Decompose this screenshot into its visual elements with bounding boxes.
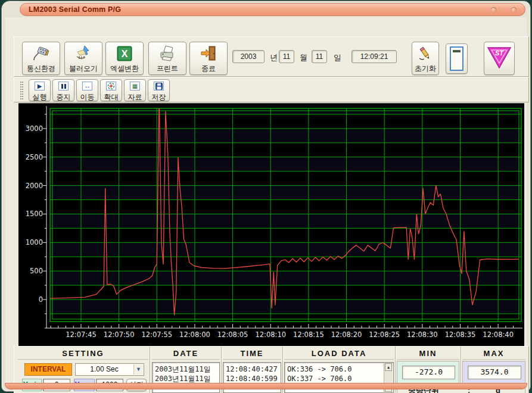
load-data-header: LOAD DATA <box>284 348 394 360</box>
load-data-row: OK:336 -> 706.0 <box>287 364 381 374</box>
svg-text:ST: ST <box>495 49 504 57</box>
max-header: MAX <box>462 348 525 360</box>
svg-text:12:08:40: 12:08:40 <box>483 330 514 339</box>
main-toolbar: 통신환경 불러오기 X <box>14 36 529 77</box>
year-field[interactable]: 2003 <box>232 50 265 63</box>
chevron-down-icon[interactable]: ▼ <box>133 364 143 375</box>
min-zone: -272.0 <box>397 361 459 383</box>
display-panel-button[interactable] <box>446 43 468 74</box>
print-label: 프린트 <box>157 64 178 73</box>
svg-text:12:07:55: 12:07:55 <box>141 330 172 339</box>
svg-text:12:08:05: 12:08:05 <box>217 330 248 339</box>
interval-value: 1.00 Sec <box>76 364 133 375</box>
pencil-eraser-icon <box>418 42 433 64</box>
comm-settings-button[interactable]: 통신환경 <box>22 42 60 75</box>
month-unit-label: 월 <box>300 52 307 63</box>
svg-text:12:07:45: 12:07:45 <box>66 330 97 339</box>
svg-text:12:08:00: 12:08:00 <box>179 330 210 339</box>
pan-label: 이동 <box>80 93 95 101</box>
date-row: 2003년11월11일 <box>155 364 217 374</box>
title-bar[interactable]: LM2003 Serial Comm P/G <box>20 3 525 16</box>
minimize-button[interactable] <box>491 7 496 13</box>
svg-text:12:08:30: 12:08:30 <box>407 330 438 339</box>
svg-text:12:07:50: 12:07:50 <box>104 330 135 339</box>
load-label: 불러오기 <box>69 64 98 73</box>
zoom-target-icon <box>106 82 116 91</box>
min-value: -272.0 <box>402 366 455 379</box>
interval-combobox[interactable]: 1.00 Sec ▼ <box>75 363 144 376</box>
svg-text:12:08:25: 12:08:25 <box>369 330 400 339</box>
excel-convert-label: 엑셀변환 <box>110 64 139 73</box>
save-label: 저장 <box>152 93 166 101</box>
load-file-icon <box>74 42 92 64</box>
svg-text:1500: 1500 <box>26 210 43 218</box>
data-button[interactable]: ▦ 자료 <box>124 79 146 101</box>
trend-chart[interactable]: 05001000150020002500300012:07:4512:07:50… <box>18 103 524 347</box>
window-title: LM2003 Serial Comm P/G <box>29 5 121 14</box>
max-zone: 3574.0 <box>462 361 525 383</box>
run-label: 실행 <box>33 93 47 101</box>
date-header: DATE <box>152 348 220 360</box>
data-grid-icon: ▦ <box>130 82 140 91</box>
print-button[interactable]: 프린트 <box>148 42 186 75</box>
day-field[interactable]: 11 <box>312 50 327 63</box>
day-unit-label: 일 <box>334 52 341 63</box>
move-icon: ↔ <box>82 82 92 91</box>
window-bottom-strip <box>5 383 527 389</box>
excel-convert-button[interactable]: X 엑셀변환 <box>105 42 144 75</box>
svg-text:12:08:10: 12:08:10 <box>255 330 286 339</box>
exit-button[interactable]: 종료 <box>189 42 228 75</box>
load-button[interactable]: 불러오기 <box>64 42 102 75</box>
svg-text:2500: 2500 <box>26 153 43 161</box>
st-logo-icon: ST <box>486 42 513 73</box>
svg-text:0: 0 <box>39 295 43 304</box>
clock-field[interactable]: 12:09:21 <box>351 50 397 63</box>
play-icon: ▶ <box>35 82 45 91</box>
st-logo-button[interactable]: ST <box>484 42 515 75</box>
reset-button[interactable]: 초기화 <box>412 42 439 75</box>
load-data-row: OK:337 -> 706.0 <box>287 374 381 383</box>
scroll-up-icon[interactable]: ▲ <box>385 363 392 371</box>
stop-label: 중지 <box>57 93 71 101</box>
svg-text:500: 500 <box>30 267 43 275</box>
close-button[interactable] <box>511 7 517 13</box>
zoom-button[interactable]: 확대 <box>100 79 122 101</box>
toolbar-grip[interactable] <box>20 82 23 99</box>
pause-icon <box>58 82 69 91</box>
year-unit-label: 년 <box>270 52 278 63</box>
run-button[interactable]: ▶ 실행 <box>29 79 51 101</box>
time-header: TIME <box>223 348 281 360</box>
svg-text:12:08:15: 12:08:15 <box>293 330 324 339</box>
svg-text:3000: 3000 <box>26 124 43 133</box>
exit-label: 종료 <box>201 64 216 73</box>
comm-settings-label: 통신환경 <box>27 64 55 73</box>
save-button[interactable]: 저장 <box>148 79 170 101</box>
month-field[interactable]: 11 <box>279 50 294 63</box>
app-window-lm2003: LM2003 Serial Comm P/G <box>0 0 532 393</box>
excel-icon: X <box>116 42 133 64</box>
data-label: 자료 <box>128 93 142 101</box>
stop-button[interactable]: 중지 <box>52 79 74 101</box>
trend-chart-canvas[interactable]: 05001000150020002500300012:07:4512:07:50… <box>18 104 524 348</box>
date-row: 2003년11월11일 <box>155 374 217 383</box>
exit-door-icon <box>200 42 217 64</box>
pan-button[interactable]: ↔ 이동 <box>76 79 98 101</box>
client-area: 통신환경 불러오기 X <box>5 17 527 383</box>
svg-text:12:08:20: 12:08:20 <box>331 330 362 339</box>
min-header: MIN <box>397 348 459 360</box>
setting-header: SETTING <box>18 348 148 360</box>
zoom-label: 확대 <box>104 93 119 101</box>
svg-text:12:08:35: 12:08:35 <box>445 330 476 339</box>
chart-toolbar: ▶ 실행 중지 ↔ 이동 확대 ▦ <box>14 77 529 102</box>
max-value: 3574.0 <box>468 366 521 379</box>
time-row: 12:08:40:427 <box>226 364 278 374</box>
reset-label: 초기화 <box>415 64 436 73</box>
printer-icon <box>158 42 176 64</box>
display-panel-icon <box>450 46 463 71</box>
time-row: 12:08:40:599 <box>226 374 278 383</box>
save-floppy-icon <box>154 82 164 91</box>
serial-connector-icon <box>32 42 50 64</box>
svg-text:1000: 1000 <box>26 238 43 247</box>
svg-text:2000: 2000 <box>26 182 43 190</box>
svg-text:X: X <box>122 49 128 59</box>
